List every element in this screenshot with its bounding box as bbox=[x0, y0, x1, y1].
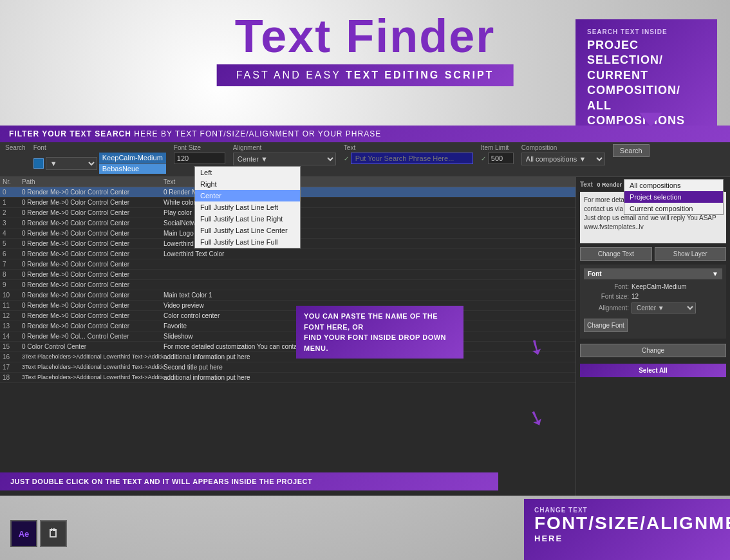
bottom-callout: CHANGE TEXT FONT/SIZE/ALIGNMENT HERE bbox=[524, 499, 730, 560]
font-swatch-1[interactable]: KeepCalm-Medium bbox=[99, 153, 166, 163]
composition-label: Composition bbox=[521, 144, 605, 151]
select-all-button[interactable]: Select All bbox=[580, 364, 726, 377]
font-size-input[interactable] bbox=[174, 153, 225, 164]
title-area: Text Finder FAST AND EASY TEXT EDITING S… bbox=[217, 13, 514, 86]
font-search-group: Font ▼ KeepCalm-Medium BebasNeue bbox=[33, 144, 166, 174]
text-label: Text bbox=[344, 144, 473, 151]
table-row[interactable]: 11 0 Render Me->0 Color Control Center V… bbox=[0, 301, 576, 311]
font-size-group: Font Size bbox=[174, 144, 225, 164]
script-icon: 🗒 bbox=[40, 520, 67, 547]
comp-item-project[interactable]: Project selection bbox=[624, 191, 723, 203]
font-section: Font ▼ Font: KeepCalm-Medium Font size: … bbox=[580, 265, 726, 339]
composition-group: Composition All compositions ▼ bbox=[521, 144, 605, 165]
alignment-label: Alignment bbox=[233, 144, 336, 151]
font-size-label: Font size: bbox=[584, 293, 629, 300]
table-row[interactable]: 6 0 Render Me->0 Color Control Center Lo… bbox=[0, 249, 576, 259]
font-tooltip: YOU CAN PASTE THE NAME OF THE FONT HERE,… bbox=[296, 306, 463, 359]
table-row[interactable]: 12 0 Render Me->0 Color Control Center C… bbox=[0, 311, 576, 321]
search-row: Search Font ▼ KeepCalm-Medium BebasNeue … bbox=[0, 142, 730, 177]
right-action-buttons: Change Text Show Layer bbox=[580, 247, 726, 261]
item-limit-label: Item Limit bbox=[481, 144, 514, 151]
filter-bar: FILTER YOUR TEXT SEARCH HERE BY TEXT FON… bbox=[0, 126, 730, 142]
main-title: Text Finder bbox=[217, 13, 514, 59]
ae-icons-area: Ae 🗒 bbox=[10, 520, 67, 547]
item-limit-input[interactable] bbox=[488, 153, 514, 164]
filter-bar-text: HERE BY TEXT FONT/SIZE/ALIGNMENT OR YOUR… bbox=[131, 129, 381, 138]
title-subtitle-bar: FAST AND EASY TEXT EDITING SCRIPT bbox=[217, 64, 514, 86]
title-text-bold: Finder bbox=[346, 10, 495, 62]
table-row[interactable]: 13 0 Render Me->0 Color Control Center F… bbox=[0, 321, 576, 331]
search-button[interactable]: Search bbox=[613, 144, 650, 157]
font-swatches: KeepCalm-Medium BebasNeue bbox=[99, 153, 166, 174]
font-label: Font bbox=[33, 144, 166, 151]
font-name-label: Font: bbox=[584, 283, 629, 290]
show-layer-button[interactable]: Show Layer bbox=[655, 247, 727, 261]
callout-right-label: SEARCH TEXT INSIDE bbox=[587, 28, 706, 35]
font-alignment-dropdown[interactable]: Center ▼ bbox=[632, 303, 696, 313]
col-header-nr: Nr. bbox=[3, 178, 22, 185]
filter-bar-bold: FILTER YOUR TEXT SEARCH bbox=[9, 129, 131, 138]
table-row[interactable]: 15 0 Color Control Center For more detai… bbox=[0, 342, 576, 352]
subtitle-light: FAST AND EASY bbox=[236, 70, 341, 80]
table-row[interactable]: 18 3Text Placeholders->Additional Lowert… bbox=[0, 373, 576, 383]
alignment-group: Alignment Center ▼ bbox=[233, 144, 336, 165]
font-size-row: Font size: 12 bbox=[584, 293, 722, 300]
font-section-title: Font ▼ bbox=[584, 268, 722, 279]
table-row[interactable]: 9 0 Render Me->0 Color Control Center bbox=[0, 280, 576, 290]
change-button[interactable]: Change bbox=[580, 344, 726, 357]
change-text-button[interactable]: Change Text bbox=[580, 247, 652, 261]
title-text-light: Text bbox=[235, 10, 346, 62]
alignment-dropdown[interactable]: Center ▼ bbox=[233, 153, 336, 165]
change-font-button[interactable]: Change Font bbox=[584, 319, 628, 332]
table-row[interactable]: 16 3Text Placeholders->Additional Lowert… bbox=[0, 352, 576, 362]
subtitle-bold: TEXT EDITING SCRIPT bbox=[346, 70, 494, 80]
text-search-input[interactable] bbox=[351, 153, 473, 164]
font-name-row: Font: KeepCalm-Medium bbox=[584, 283, 722, 290]
click-tooltip: JUST DOUBLE CLICK ON THE TEXT AND IT WIL… bbox=[0, 472, 498, 490]
callout-arrow bbox=[639, 113, 662, 127]
font-dropdown[interactable]: ▼ bbox=[46, 157, 97, 170]
comp-item-all[interactable]: All compositions bbox=[624, 180, 723, 191]
dropdown-item-fjllr[interactable]: Full Justify Last Line Right bbox=[195, 213, 300, 225]
item-limit-group: Item Limit ✓ bbox=[481, 144, 514, 164]
dropdown-item-right[interactable]: Right bbox=[195, 178, 300, 190]
dropdown-item-fjllf[interactable]: Full Justify Last Line Full bbox=[195, 236, 300, 248]
font-swatch-2[interactable]: BebasNeue bbox=[99, 163, 166, 174]
font-name-value: KeepCalm-Medium bbox=[632, 283, 687, 290]
table-row[interactable]: 8 0 Render Me->0 Color Control Center bbox=[0, 270, 576, 280]
dropdown-item-left[interactable]: Left bbox=[195, 167, 300, 178]
font-color-swatch[interactable] bbox=[33, 158, 44, 169]
col-header-path: Path bbox=[22, 178, 164, 185]
search-label: Search bbox=[5, 144, 26, 151]
dropdown-item-fjllc[interactable]: Full Justify Last Line Center bbox=[195, 225, 300, 236]
table-row[interactable]: 10 0 Render Me->0 Color Control Center M… bbox=[0, 290, 576, 301]
comp-item-current[interactable]: Current composition bbox=[624, 203, 723, 214]
font-size-value: 12 bbox=[632, 293, 639, 300]
composition-dropdown[interactable]: All compositions ▼ bbox=[521, 153, 605, 165]
dropdown-item-fjlll[interactable]: Full Justify Last Line Left bbox=[195, 201, 300, 213]
table-row[interactable]: 14 0 Render Me->0 Col... Control Center … bbox=[0, 331, 576, 342]
font-align-label: Alignment: bbox=[584, 304, 629, 312]
font-align-row: Alignment: Center ▼ bbox=[584, 303, 722, 313]
table-row[interactable]: 7 0 Render Me->0 Color Control Center bbox=[0, 259, 576, 270]
bottom-callout-here: HERE bbox=[534, 534, 720, 543]
bottom-callout-big-text: FONT/SIZE/ALIGNMENT bbox=[534, 514, 720, 534]
alignment-dropdown-overlay: Left Right Center Full Justify Last Line… bbox=[194, 166, 301, 248]
right-panel: Text 0 Render Me->0 Color Control Center… bbox=[576, 177, 730, 496]
composition-dropdown-overlay: All compositions Project selection Curre… bbox=[624, 179, 724, 215]
table-row[interactable]: 17 3Text Placeholders->Additional Lowert… bbox=[0, 362, 576, 373]
dropdown-item-center[interactable]: Center bbox=[195, 190, 300, 201]
text-search-group: Text ✓ bbox=[344, 144, 473, 164]
font-size-label: Font Size bbox=[174, 144, 225, 151]
ae-icon: Ae bbox=[10, 520, 37, 547]
